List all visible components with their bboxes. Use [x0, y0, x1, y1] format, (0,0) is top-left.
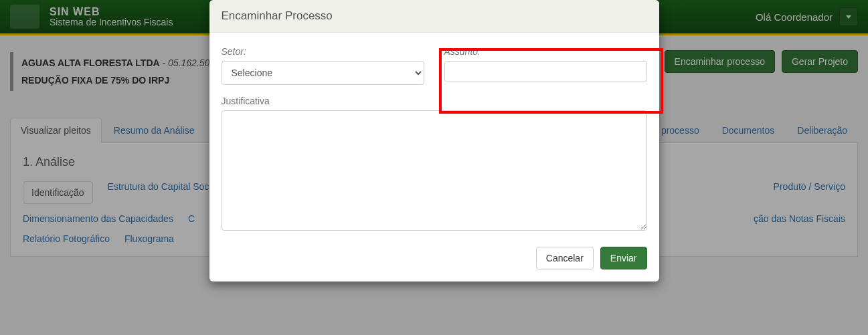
modal-title: Encaminhar Processo — [209, 0, 659, 33]
modal-footer: Cancelar Enviar — [209, 237, 659, 282]
form-group-justificativa: Justificativa — [222, 96, 647, 231]
assunto-input[interactable] — [444, 61, 647, 82]
cancel-button[interactable]: Cancelar — [536, 247, 594, 269]
form-group-setor: Setor: Selecione — [222, 46, 424, 85]
modal-body: Setor: Selecione Assunto: Justificativa — [209, 33, 659, 237]
setor-label: Setor: — [222, 46, 424, 57]
assunto-label: Assunto: — [444, 46, 647, 57]
justificativa-textarea[interactable] — [222, 110, 647, 231]
justificativa-label: Justificativa — [222, 96, 647, 106]
form-row-1: Setor: Selecione Assunto: — [222, 46, 647, 85]
setor-select[interactable]: Selecione — [222, 61, 424, 85]
modal-encaminhar: Encaminhar Processo Setor: Selecione Ass… — [209, 0, 659, 282]
form-group-assunto: Assunto: — [444, 46, 647, 85]
submit-button[interactable]: Enviar — [600, 247, 647, 269]
